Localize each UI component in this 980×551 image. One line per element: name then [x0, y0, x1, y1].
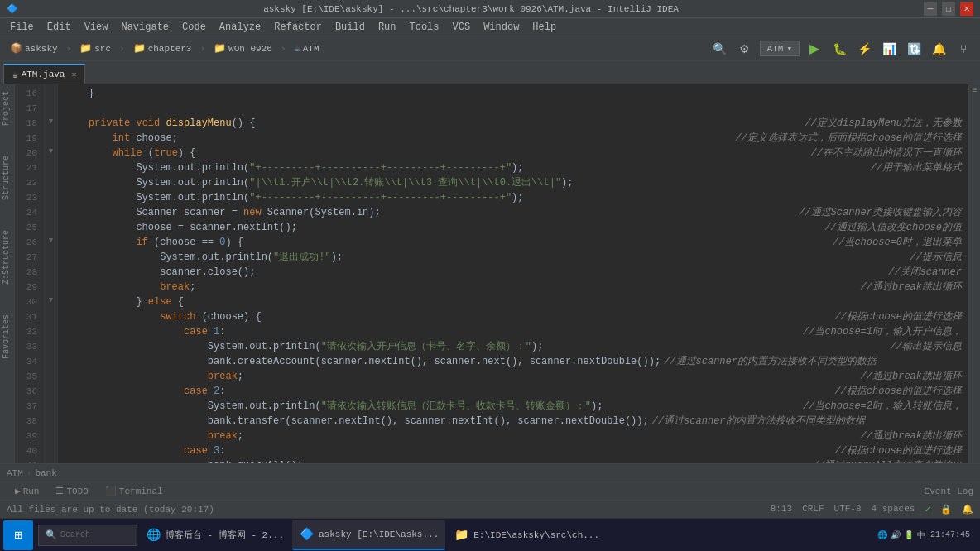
run-button[interactable]: ▶	[805, 39, 824, 59]
structure-tab[interactable]: Structure	[0, 149, 14, 207]
line-num-23: 23	[18, 190, 41, 205]
tab-atm-java[interactable]: ☕ ATM.java ✕	[3, 64, 85, 84]
profile-button[interactable]: 📊	[879, 39, 899, 59]
right-sidebar: ≡	[968, 84, 980, 463]
event-log-btn[interactable]: Event Log	[925, 486, 973, 496]
menu-code[interactable]: Code	[175, 20, 213, 35]
taskbar-search[interactable]: 🔍 Search	[38, 525, 137, 546]
code-line-26: if (choose == 0) { //当choose=0时，退出菜单	[58, 235, 968, 250]
project-tab[interactable]: Project	[0, 84, 14, 132]
vcs-button[interactable]: 🔃	[904, 39, 924, 59]
taskbar-app-blog[interactable]: 🌐 博客后台 - 博客网 - 2...	[139, 520, 291, 550]
gutter-35	[45, 367, 57, 382]
status-bar: All files are up-to-date (today 20:17) 8…	[0, 500, 980, 518]
title-bar: 🔷 asksky [E:\IDE\asksky] - ...\src\chapt…	[0, 0, 980, 18]
menu-run[interactable]: Run	[372, 20, 403, 35]
taskbar-app-blog-label: 博客后台 - 博客网 - 2...	[166, 529, 284, 541]
gutter-37	[45, 397, 57, 412]
gutter-29	[45, 278, 57, 293]
zstructure-tab[interactable]: Z:Structure	[0, 223, 14, 291]
blog-icon: 🌐	[146, 528, 161, 543]
window-title: asksky [E:\IDE\asksky] - ...\src\chapter…	[18, 4, 924, 14]
status-indent[interactable]: 4 spaces	[872, 504, 915, 515]
todo-tab-label: TODO	[66, 486, 88, 496]
search-everywhere-button[interactable]: 🔍	[710, 39, 730, 59]
app-icon: 🔷	[7, 3, 18, 14]
vertical-tab-bar: Project Structure Z:Structure Favorites	[0, 84, 15, 463]
gutter-40	[45, 442, 57, 457]
bc-atm[interactable]: ATM	[7, 468, 23, 478]
system-clock[interactable]: 21:47:45	[930, 529, 970, 540]
terminal-tab[interactable]: ⬛ Terminal	[97, 484, 171, 498]
git-button[interactable]: ⑂	[954, 39, 973, 59]
line-num-20: 20	[18, 146, 41, 161]
menu-view[interactable]: View	[78, 20, 115, 35]
status-message: All files are up-to-date (today 20:17)	[7, 505, 214, 515]
todo-tab[interactable]: ☰ TODO	[47, 484, 96, 498]
breadcrumb-asksky[interactable]: 📦 asksky	[7, 41, 61, 56]
status-charset[interactable]: UTF-8	[834, 504, 862, 515]
system-tray-icons: 🌐 🔊 🔋 中	[877, 529, 925, 541]
menu-analyze[interactable]: Analyze	[213, 20, 267, 35]
status-lock-icon: 🔒	[940, 504, 952, 515]
code-line-29: break; //通过break跳出循环	[58, 280, 968, 295]
taskbar-app-intellij[interactable]: 🔷 asksky [E:\IDE\asks...	[292, 520, 445, 550]
line-num-26: 26	[18, 235, 41, 250]
taskbar-app-explorer[interactable]: 📁 E:\IDE\asksky\src\ch...	[447, 520, 606, 550]
notifications-button[interactable]: 🔔	[929, 39, 949, 59]
settings-button[interactable]: ⚙	[735, 39, 755, 59]
menu-file[interactable]: File	[3, 20, 41, 35]
breadcrumb-atm[interactable]: ☕ ATM	[291, 41, 322, 56]
tab-close-button[interactable]: ✕	[71, 69, 76, 79]
menu-help[interactable]: Help	[526, 20, 563, 35]
right-panel-toggle[interactable]: ≡	[970, 84, 978, 97]
debug-button[interactable]: 🐛	[829, 39, 849, 59]
favorites-tab[interactable]: Favorites	[0, 308, 14, 366]
status-git: ✓	[925, 504, 930, 515]
status-notification-icon: 🔔	[962, 504, 973, 515]
line-num-24: 24	[18, 205, 41, 220]
minimize-button[interactable]: ─	[924, 2, 937, 16]
menu-refactor[interactable]: Refactor	[267, 20, 329, 35]
run-tab[interactable]: ▶ Run	[7, 484, 47, 498]
code-line-24: Scanner scanner = new Scanner(System.in)…	[58, 205, 968, 220]
code-line-16: }	[58, 86, 968, 101]
menu-build[interactable]: Build	[329, 20, 372, 35]
coverage-button[interactable]: ⚡	[854, 39, 874, 59]
taskbar-system-tray: 🌐 🔊 🔋 中 21:47:45	[877, 529, 977, 541]
breadcrumb-chapter3[interactable]: 📁 chapter3	[130, 41, 195, 56]
gutter-20: ▼	[45, 144, 57, 159]
gutter-38	[45, 412, 57, 427]
breadcrumb-work0926-label: WOn 0926	[228, 44, 272, 54]
code-line-27: System.out.println("退出成功!"); //提示信息	[58, 250, 968, 265]
menu-window[interactable]: Window	[477, 20, 526, 35]
menu-navigate[interactable]: Navigate	[114, 20, 175, 35]
breadcrumb-src-label: src	[94, 44, 111, 54]
breadcrumb-work0926[interactable]: 📁 WOn 0926	[210, 41, 276, 56]
gutter-22	[45, 174, 57, 189]
chapter-icon: 📁	[133, 42, 146, 55]
breadcrumb-src[interactable]: 📁 src	[76, 41, 114, 56]
menu-vcs[interactable]: VCS	[446, 20, 478, 35]
run-configuration[interactable]: ATM ▾	[760, 41, 800, 56]
gutter-27	[45, 248, 57, 263]
line-num-22: 22	[18, 175, 41, 190]
status-line-col[interactable]: 8:13	[771, 504, 792, 515]
code-line-19: int choose; //定义选择表达式，后面根据choose的值进行选择	[58, 131, 968, 146]
gutter-39	[45, 427, 57, 442]
code-text-area[interactable]: } private void displayMenu() { //定义displ…	[58, 84, 968, 463]
bc-bank[interactable]: bank	[35, 468, 56, 478]
maximize-button[interactable]: □	[942, 2, 955, 16]
line-num-39: 39	[18, 429, 41, 443]
menu-edit[interactable]: Edit	[41, 20, 78, 35]
line-num-32: 32	[18, 324, 41, 339]
start-button[interactable]: ⊞	[3, 520, 33, 550]
close-button[interactable]: ✕	[960, 2, 973, 16]
gutter-25	[45, 218, 57, 233]
status-crlf[interactable]: CRLF	[802, 504, 824, 515]
menu-tools[interactable]: Tools	[403, 20, 446, 35]
gutter-36	[45, 382, 57, 397]
toolbar-right: 🔍 ⚙ ATM ▾ ▶ 🐛 ⚡ 📊 🔃 🔔 ⑂	[710, 39, 973, 59]
breadcrumb-bottom-bar: ATM › bank	[0, 463, 980, 482]
line-num-18: 18	[18, 116, 41, 131]
